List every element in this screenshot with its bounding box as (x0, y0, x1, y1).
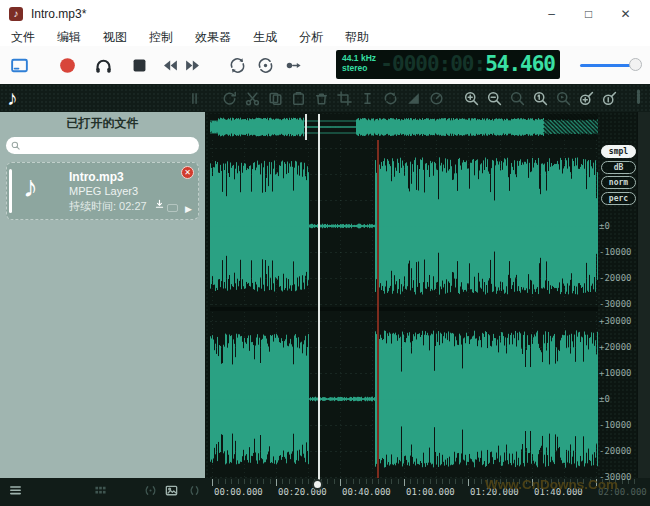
menu-item-0[interactable]: 文件 (0, 29, 46, 46)
ocenaudio-window: ♪ Intro.mp3* – □ ✕ 文件编辑视图控制效果器生成分析帮助 i 4… (0, 0, 650, 506)
close-button[interactable]: ✕ (607, 0, 644, 28)
timeline-label: 00:40.000 (342, 487, 391, 497)
scale-label: -10000 (599, 420, 637, 430)
drag-handle-icon[interactable] (186, 90, 203, 107)
menu-item-4[interactable]: 效果器 (184, 29, 242, 46)
zoom-icon[interactable] (509, 90, 526, 107)
scale-label: +30000 (599, 316, 637, 326)
timeline-tick (340, 479, 341, 486)
fast-forward-button[interactable] (182, 54, 204, 76)
zoom-in-icon[interactable] (463, 90, 480, 107)
unit-button-smpl[interactable]: smpl (601, 145, 636, 158)
maximize-button[interactable]: □ (570, 0, 607, 28)
time-digits: -0000:00:54.460 (380, 52, 555, 76)
menu-item-6[interactable]: 分析 (288, 29, 334, 46)
app-icon: ♪ (9, 7, 23, 21)
time-display: 44.1 kHz stereo -0000:00:54.460 (336, 50, 560, 79)
headphones-play-button[interactable] (92, 54, 114, 76)
panel-toggle-icon[interactable] (8, 54, 30, 76)
titlebar: ♪ Intro.mp3* – □ ✕ (0, 0, 650, 28)
selection-icon[interactable] (359, 90, 376, 107)
search-box (6, 137, 199, 154)
waveform-panel (205, 112, 650, 506)
unit-button-dB[interactable]: dB (601, 161, 636, 174)
file-note-icon: ♪ (23, 169, 38, 205)
loop-button[interactable] (226, 54, 248, 76)
scale-label: +10000 (599, 368, 637, 378)
menu-bar: 文件编辑视图控制效果器生成分析帮助 (0, 28, 650, 46)
search-icon (10, 140, 22, 152)
playhead-line[interactable] (318, 114, 320, 483)
volume-slider[interactable] (580, 58, 642, 72)
menu-item-1[interactable]: 编辑 (46, 29, 92, 46)
file-card[interactable]: ♪ Intro.mp3 MPEG Layer3 持续时间: 02:27 ✕ ▶ (6, 162, 199, 220)
selected-indicator (9, 169, 12, 213)
edit-toolbar-icons (186, 84, 618, 112)
delete-icon[interactable] (313, 90, 330, 107)
menu-item-7[interactable]: 帮助 (334, 29, 380, 46)
playback-marker-line (377, 140, 379, 478)
volume-knob[interactable] (629, 58, 642, 71)
stop-button[interactable] (128, 54, 150, 76)
timeline-tick (468, 479, 469, 486)
rewind-button[interactable] (158, 54, 180, 76)
sidebar-header: 已打开的文件 (0, 112, 205, 133)
close-file-icon[interactable]: ✕ (181, 166, 194, 179)
zoom-one-icon[interactable] (532, 90, 549, 107)
main-waveform[interactable] (210, 140, 598, 478)
file-duration: 持续时间: 02:27 (69, 199, 147, 214)
vzoom-out-icon[interactable] (601, 90, 618, 107)
ghost-digits: -0000:00: (380, 52, 485, 76)
scale-label: -30000 (599, 299, 637, 309)
search-input[interactable] (22, 138, 199, 153)
playhead-handle[interactable] (312, 479, 323, 490)
overview-waveform[interactable] (210, 114, 598, 140)
window-title: Intro.mp3* (31, 7, 86, 21)
image-view-icon[interactable] (164, 483, 179, 498)
main-toolbar: i 44.1 kHz stereo -0000:00:54.460 (0, 46, 650, 84)
download-icon[interactable] (153, 197, 166, 215)
overview-cursor[interactable] (305, 114, 307, 140)
redo-icon[interactable] (221, 90, 238, 107)
scale-label: +20000 (599, 342, 637, 352)
scale-label: ±0 (599, 394, 637, 404)
timeline-tick (212, 479, 213, 486)
file-name: Intro.mp3 (69, 170, 124, 184)
timeline-tick (276, 479, 277, 486)
overflow-grip-icon[interactable] (630, 89, 647, 106)
scale-label: -20000 (599, 273, 637, 283)
timeline-label: 01:00.000 (406, 487, 455, 497)
unit-button-perc[interactable]: perc (601, 192, 636, 205)
vertical-scrollbar[interactable] (637, 112, 650, 506)
vzoom-in-icon[interactable] (578, 90, 595, 107)
paste-icon[interactable] (290, 90, 307, 107)
gain-knob-icon[interactable] (428, 90, 445, 107)
current-time: 54.460 (485, 52, 555, 76)
loop-once-button[interactable] (254, 54, 276, 76)
unit-button-norm[interactable]: norm (601, 176, 636, 189)
menu-item-2[interactable]: 视图 (92, 29, 138, 46)
files-sidebar: 已打开的文件 ♪ Intro.mp3 MPEG Layer3 持续时间: 02:… (0, 112, 205, 478)
zoom-out-icon[interactable] (486, 90, 503, 107)
zoom-selection-icon[interactable] (555, 90, 572, 107)
file-format: MPEG Layer3 (69, 185, 138, 197)
brackets-icon[interactable] (187, 483, 202, 498)
copy-icon[interactable] (267, 90, 284, 107)
monitor-icon[interactable] (143, 483, 158, 498)
list-view-icon[interactable] (8, 483, 23, 498)
cut-icon[interactable] (244, 90, 261, 107)
loop-region-icon[interactable] (382, 90, 399, 107)
crop-icon[interactable] (336, 90, 353, 107)
scale-label: -10000 (599, 247, 637, 257)
grid-view-icon[interactable] (93, 483, 108, 498)
play-file-icon[interactable]: ▶ (185, 204, 192, 214)
menu-item-5[interactable]: 生成 (242, 29, 288, 46)
minimize-button[interactable]: – (533, 0, 570, 28)
record-button[interactable] (56, 54, 78, 76)
scale-label: ±0 (599, 221, 637, 231)
menu-item-3[interactable]: 控制 (138, 29, 184, 46)
fade-icon[interactable] (405, 90, 422, 107)
timeline-tick (404, 479, 405, 486)
audio-note-icon: ♪ (7, 84, 18, 112)
record-append-button[interactable] (282, 54, 304, 76)
